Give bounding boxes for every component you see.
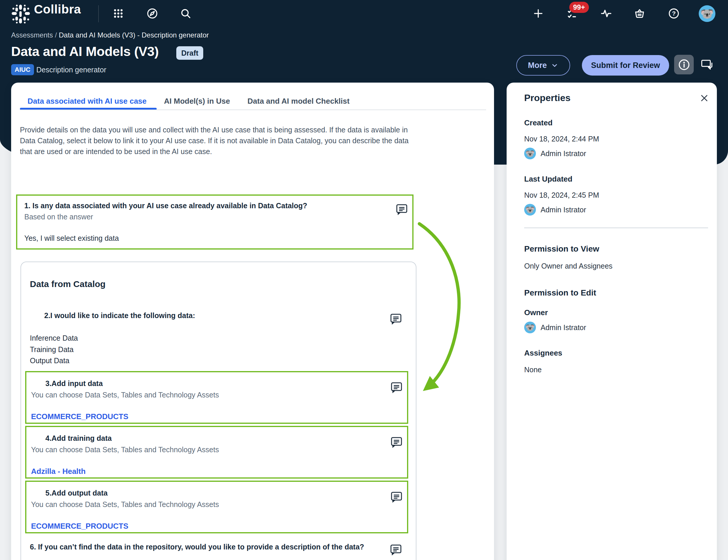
data-from-catalog-card: Data from Catalog 2.I would like to indi…: [21, 262, 416, 560]
last-updated-label: Last Updated: [524, 175, 572, 184]
owner-user-name: Admin Istrator: [540, 323, 586, 332]
comment-icon[interactable]: [390, 491, 402, 503]
page-title: Data and AI Models (V3): [11, 44, 159, 59]
question-6-title: 6. If you can’t find the data in the rep…: [30, 543, 390, 551]
collibra-logo-icon[interactable]: [11, 4, 30, 25]
avatar: 🐨: [524, 204, 536, 216]
question-1-box: 1. Is any data associated with your AI u…: [16, 194, 413, 250]
permission-to-view-value: Only Owner and Assignees: [524, 262, 613, 270]
activity-pulse-icon[interactable]: [600, 7, 613, 20]
question-4-subtitle: You can choose Data Sets, Tables and Tec…: [31, 445, 402, 454]
marketplace-basket-icon[interactable]: [633, 7, 646, 20]
user-avatar[interactable]: 🐨: [699, 5, 715, 22]
explore-compass-icon[interactable]: [146, 7, 159, 20]
assignees-value: None: [524, 366, 542, 374]
avatar-emoji: 🐨: [525, 205, 535, 214]
data-category-item: Inference Data: [30, 332, 78, 344]
avatar: 🐨: [524, 322, 536, 333]
assignees-label: Assignees: [524, 349, 562, 358]
created-label: Created: [524, 118, 553, 127]
created-user-name: Admin Istrator: [540, 149, 586, 158]
search-icon[interactable]: [179, 7, 192, 20]
asset-type-badge: AIUC: [11, 64, 34, 75]
properties-panel: Properties Created Nov 18, 2024, 2:44 PM…: [507, 83, 717, 560]
properties-heading: Properties: [524, 93, 570, 103]
question-3-title: 3.Add input data: [45, 379, 402, 388]
tab-divider: [20, 110, 486, 110]
question-2-selected-values: Inference Data Training Data Output Data: [30, 332, 78, 366]
comment-icon[interactable]: [390, 382, 402, 394]
data-category-item: Output Data: [30, 355, 78, 366]
created-user-row: 🐨 Admin Istrator: [524, 148, 586, 159]
question-3-box: 3.Add input data You can choose Data Set…: [25, 371, 408, 424]
collibra-logo-text: Collibra: [34, 2, 81, 16]
info-panel-toggle-button[interactable]: [674, 55, 694, 74]
question-5-title: 5.Add output data: [45, 489, 402, 497]
question-4-title: 4.Add training data: [45, 434, 402, 443]
avatar-emoji: 🐨: [525, 323, 535, 332]
section-intro-text: Provide details on the data you will use…: [20, 124, 414, 157]
question-5-box: 5.Add output data You can choose Data Se…: [25, 481, 408, 533]
comment-icon[interactable]: [396, 204, 407, 216]
question-1-title: 1. Is any data associated with your AI u…: [24, 202, 405, 210]
breadcrumb: Assessments / Data and AI Models (V3) - …: [11, 31, 209, 39]
comment-icon[interactable]: [390, 436, 402, 449]
notification-count-badge: 99+: [569, 2, 589, 13]
properties-divider: [524, 228, 708, 228]
question-1-hint: Based on the answer: [24, 213, 405, 221]
status-badge: Draft: [176, 46, 203, 60]
data-category-item: Training Data: [30, 344, 78, 355]
question-3-asset-link[interactable]: ECOMMERCE_PRODUCTS: [31, 412, 402, 421]
close-icon[interactable]: [699, 93, 709, 103]
breadcrumb-assessments-link[interactable]: Assessments: [11, 31, 53, 39]
app-switcher-icon[interactable]: [112, 7, 125, 20]
comment-icon[interactable]: [390, 313, 402, 325]
chevron-down-icon: [551, 62, 558, 69]
submit-for-review-button[interactable]: Submit for Review: [582, 55, 669, 76]
question-5-asset-link[interactable]: ECOMMERCE_PRODUCTS: [31, 522, 402, 531]
owner-user-row: 🐨 Admin Istrator: [524, 322, 586, 333]
permission-to-edit-label: Permission to Edit: [524, 288, 596, 298]
question-3-subtitle: You can choose Data Sets, Tables and Tec…: [31, 391, 402, 399]
permission-to-view-label: Permission to View: [524, 244, 599, 254]
question-4-box: 4.Add training data You can choose Data …: [25, 426, 408, 479]
svg-text:?: ?: [672, 10, 676, 17]
app-screen: Collibra 99+: [0, 0, 728, 560]
page-subtitle: Description generator: [36, 66, 106, 74]
comments-panel-button[interactable]: [700, 58, 714, 72]
help-icon[interactable]: ?: [667, 7, 680, 20]
chat-icon: [700, 58, 714, 72]
info-icon: [678, 59, 690, 71]
tab-data-associated[interactable]: Data associated with AI use case: [28, 97, 147, 106]
nav-divider: [98, 5, 99, 22]
avatar: 🐨: [524, 148, 536, 159]
question-5-subtitle: You can choose Data Sets, Tables and Tec…: [31, 500, 402, 509]
created-date: Nov 18, 2024, 2:44 PM: [524, 135, 599, 143]
tab-checklist[interactable]: Data and AI model Checklist: [248, 97, 350, 106]
last-updated-user-name: Admin Istrator: [540, 206, 586, 214]
last-updated-date: Nov 18, 2024, 2:45 PM: [524, 191, 599, 199]
more-button-label: More: [528, 61, 547, 70]
more-button[interactable]: More: [516, 55, 570, 76]
comment-icon[interactable]: [390, 544, 402, 556]
owner-label: Owner: [524, 308, 548, 317]
avatar-emoji: 🐨: [525, 149, 535, 158]
tab-ai-models-in-use[interactable]: AI Model(s) in Use: [164, 97, 230, 106]
avatar-emoji: 🐨: [700, 7, 714, 20]
breadcrumb-current: Data and AI Models (V3) - Description ge…: [59, 31, 209, 39]
catalog-heading: Data from Catalog: [30, 279, 105, 289]
question-4-asset-link[interactable]: Adzilla - Health: [31, 467, 402, 476]
create-plus-icon[interactable]: [532, 7, 545, 20]
question-1-answer-field[interactable]: Yes, I will select existing data: [24, 234, 405, 243]
last-updated-user-row: 🐨 Admin Istrator: [524, 204, 586, 216]
question-2-title: 2.I would like to indicate the following…: [44, 311, 195, 320]
